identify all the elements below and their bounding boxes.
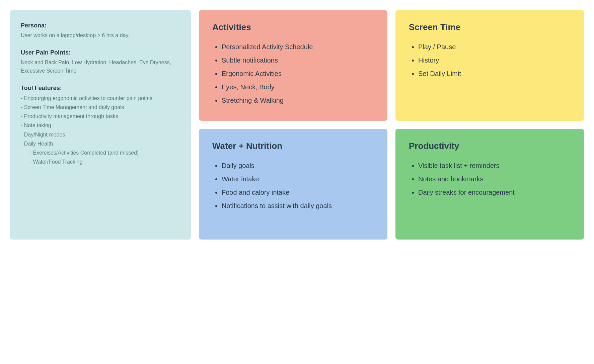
persona-section: Persona: User works on a laptop/desktop … (21, 22, 180, 40)
left-panel: Persona: User works on a laptop/desktop … (10, 10, 191, 240)
pain-title: User Pain Points: (21, 49, 180, 56)
water-title: Water + Nutrition (212, 141, 374, 151)
features-body: - Encourging ergonomic activities to cou… (21, 94, 180, 167)
activities-title: Activities (212, 22, 374, 32)
list-item: Eyes, Neck, Body (222, 82, 374, 92)
main-layout: Persona: User works on a laptop/desktop … (10, 10, 584, 240)
pain-body: Neck and Back Pain, Low Hydration, Heada… (21, 58, 180, 75)
list-item: Set Daily Limit (418, 69, 571, 79)
productivity-card: Productivity Visible task list + reminde… (395, 129, 584, 240)
screen-time-list: Play / PauseHistorySet Daily Limit (409, 42, 571, 79)
list-item: Notes and bookmarks (418, 174, 571, 184)
list-item: Play / Pause (418, 42, 571, 52)
activities-list: Personalized Activity ScheduleSubtle not… (212, 42, 374, 105)
list-item: Daily streaks for encouragement (418, 187, 571, 197)
feature-line: - Daily Health (21, 139, 180, 148)
list-item: Water intake (222, 174, 374, 184)
list-item: Subtle notifications (222, 55, 374, 65)
list-item: Stretching & Walking (222, 95, 374, 105)
screen-time-title: Screen Time (409, 22, 571, 32)
list-item: Daily goals (222, 161, 374, 171)
feature-line: - Day/Night modes (21, 130, 180, 139)
list-item: Visible task list + reminders (418, 161, 571, 171)
list-item: Notifications to assist with daily goals (222, 201, 374, 211)
persona-body: User works on a laptop/desktop > 6 hrs a… (21, 31, 180, 40)
list-item: Food and calory intake (222, 187, 374, 197)
persona-title: Persona: (21, 22, 180, 29)
list-item: Personalized Activity Schedule (222, 42, 374, 52)
feature-line: - Productivity management through tasks (21, 112, 180, 121)
features-section: Tool Features: - Encourging ergonomic ac… (21, 85, 180, 167)
productivity-title: Productivity (409, 141, 571, 151)
right-panel: Activities Personalized Activity Schedul… (199, 10, 584, 240)
features-title: Tool Features: (21, 85, 180, 92)
feature-line: - Encourging ergonomic activities to cou… (21, 94, 180, 103)
water-card: Water + Nutrition Daily goalsWater intak… (199, 129, 387, 240)
feature-line: - Note taking (21, 121, 180, 130)
pain-section: User Pain Points: Neck and Back Pain, Lo… (21, 49, 180, 75)
list-item: History (418, 55, 571, 65)
productivity-list: Visible task list + remindersNotes and b… (409, 161, 571, 197)
activities-card: Activities Personalized Activity Schedul… (199, 10, 387, 121)
water-list: Daily goalsWater intakeFood and calory i… (212, 161, 374, 211)
feature-line: - Screen Time Management and daily goals (21, 103, 180, 112)
feature-line: - Water/Food Tracking (21, 157, 180, 166)
feature-line: - Exercises/Activities Completed (and mi… (21, 148, 180, 157)
list-item: Ergonomic Activities (222, 69, 374, 79)
screen-time-card: Screen Time Play / PauseHistorySet Daily… (395, 10, 584, 121)
